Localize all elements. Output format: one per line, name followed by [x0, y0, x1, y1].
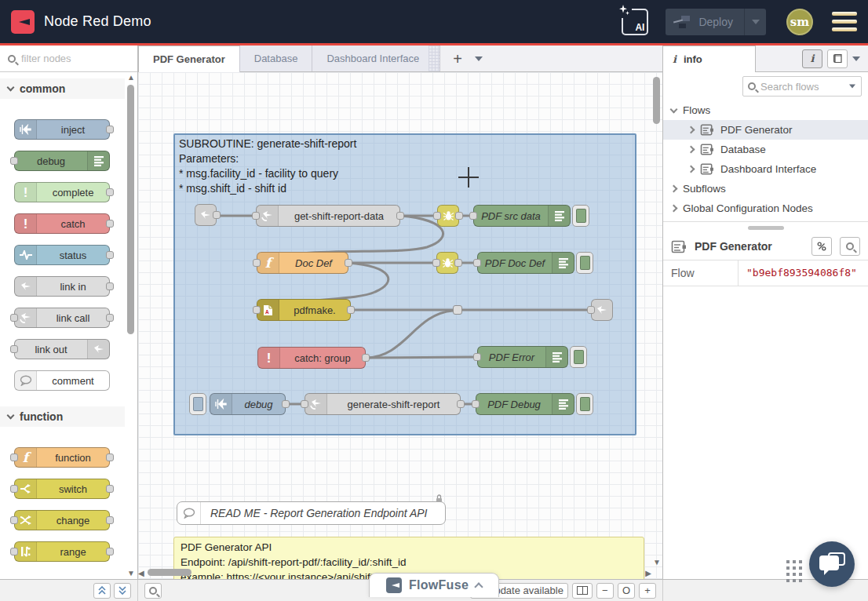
readme-comment-node[interactable]: READ ME - Report Generation Endpoint API [177, 501, 446, 525]
input-port[interactable] [253, 306, 261, 314]
tab-database[interactable]: Database [240, 46, 313, 71]
chevron-right-icon[interactable] [687, 166, 695, 173]
output-port[interactable] [106, 188, 114, 196]
input-port[interactable] [10, 314, 18, 322]
tab-pdf-generator[interactable]: PDF Generator [138, 46, 240, 72]
deploy-options-caret[interactable] [744, 9, 766, 35]
chevron-right-icon[interactable] [670, 185, 678, 193]
canvas-vscrollbar[interactable]: ▼ [653, 74, 661, 566]
debug-toggle-button[interactable] [570, 346, 587, 368]
search-flows-footer-button[interactable] [144, 583, 162, 599]
flows-search-input[interactable]: Search flows [742, 76, 862, 97]
tree-item-global-configuration-nodes[interactable]: Global Configuration Nodes [663, 199, 868, 218]
output-port[interactable] [454, 259, 462, 267]
canvas-scroll-right-arrow[interactable]: ▶ [645, 569, 651, 577]
scroll-down-arrow[interactable]: ▼ [127, 570, 135, 577]
add-flow-button[interactable]: + [453, 51, 462, 67]
palette-node-inject[interactable]: inject [14, 119, 110, 140]
inject-button[interactable] [189, 393, 206, 415]
link-in-node[interactable]: link in [14, 276, 110, 297]
expand-all-button[interactable] [114, 583, 131, 599]
chat-widget-button[interactable] [809, 541, 855, 587]
output-port[interactable] [347, 306, 355, 314]
palette-node-link-in[interactable]: link in [14, 276, 110, 297]
palette-node-comment[interactable]: comment [14, 370, 110, 391]
palette-node-range[interactable]: range [14, 541, 110, 562]
tree-item-dashboard-interface[interactable]: Dashboard Interface [663, 159, 868, 179]
output-port[interactable] [213, 211, 221, 219]
output-port[interactable] [345, 259, 352, 267]
canvas-scroll-left-arrow[interactable]: ◀ [138, 569, 144, 577]
link-out-node[interactable]: link out [14, 339, 110, 359]
input-port[interactable] [10, 516, 18, 524]
input-port[interactable] [301, 400, 308, 408]
tab-list-caret[interactable] [475, 56, 483, 61]
palette-body[interactable]: commoninjectdebug!complete!catchstatusli… [0, 72, 137, 579]
palette-node-switch[interactable]: switch [14, 479, 110, 499]
change-node[interactable]: change [14, 510, 110, 530]
status-node[interactable]: status [14, 245, 110, 265]
palette-node-function[interactable]: ffunction [14, 447, 110, 468]
palette-node-debug[interactable]: debug [14, 151, 110, 171]
search-flow-button[interactable] [840, 237, 860, 256]
canvas-hscrollbar-thumb[interactable] [148, 569, 191, 576]
palette-node-link-out[interactable]: link out [14, 339, 110, 359]
output-port[interactable] [106, 548, 114, 555]
output-port[interactable] [455, 212, 463, 220]
input-port[interactable] [432, 259, 440, 267]
link-out-node[interactable] [591, 299, 613, 321]
tree-item-pdf-generator[interactable]: PDF Generator [663, 120, 868, 140]
ai-assistant-button[interactable]: AI [622, 9, 648, 35]
palette-node-change[interactable]: change [14, 510, 110, 530]
user-avatar[interactable]: sm [786, 9, 813, 35]
tab-dashboard-interface[interactable]: Dashboard Interface [312, 46, 440, 71]
copy-link-button[interactable] [811, 237, 832, 256]
zoom-reset-button[interactable]: O [618, 583, 635, 599]
divider-handle[interactable] [748, 226, 784, 230]
output-port[interactable] [106, 282, 114, 290]
chevron-right-icon[interactable] [687, 126, 695, 134]
output-port[interactable] [106, 126, 114, 133]
deploy-button[interactable]: Deploy [666, 9, 766, 35]
output-port[interactable] [106, 220, 114, 228]
flow-canvas[interactable]: SUBROUTINE: generate-shift-report Parame… [138, 72, 662, 579]
debug-toggle-button[interactable] [572, 205, 589, 227]
pdfmake-node[interactable]: Apdfmake. [257, 299, 351, 321]
output-port[interactable] [457, 400, 465, 408]
input-port[interactable] [473, 259, 481, 267]
scroll-up-arrow[interactable]: ▲ [127, 74, 135, 82]
output-port[interactable] [282, 400, 290, 408]
input-port[interactable] [10, 453, 18, 461]
function-node[interactable]: ffunction [14, 447, 110, 468]
input-port[interactable] [472, 400, 480, 408]
pdf-src-data-node[interactable]: PDF src data [473, 205, 571, 227]
catch-group-node[interactable]: !catch: group [257, 347, 366, 369]
info-tool-button[interactable]: i [802, 49, 822, 68]
input-port[interactable] [253, 259, 261, 267]
palette-node-status[interactable]: status [14, 245, 110, 265]
navigator-button[interactable] [572, 583, 593, 599]
palette-scrollbar-thumb[interactable] [127, 85, 134, 334]
canvas-vscrollbar-thumb[interactable] [653, 77, 660, 124]
help-book-button[interactable] [827, 49, 848, 68]
input-port[interactable] [469, 212, 477, 220]
debug-toggle-button[interactable] [576, 252, 593, 274]
input-port[interactable] [433, 212, 441, 220]
chevron-down-icon[interactable] [670, 105, 678, 113]
debug-inject-node[interactable]: debug [210, 393, 286, 415]
doc-def-node[interactable]: fDoc Def [257, 252, 348, 274]
chevron-right-icon[interactable] [687, 146, 695, 154]
palette-category-function[interactable]: function [0, 406, 125, 427]
main-menu-button[interactable] [832, 12, 857, 31]
debug-node[interactable]: debug [14, 151, 110, 171]
pdf-doc-def-node[interactable]: PDF Doc Def [477, 252, 574, 274]
output-port[interactable] [106, 314, 114, 322]
complete-node[interactable]: !complete [14, 182, 110, 202]
bug-node-2[interactable] [436, 252, 458, 274]
zoom-out-button[interactable]: − [596, 583, 614, 599]
chevron-right-icon[interactable] [670, 205, 678, 213]
widget-drag-handle[interactable] [786, 560, 802, 582]
input-port[interactable] [473, 353, 481, 361]
tree-item-subflows[interactable]: Subflows [663, 179, 868, 199]
debug-toggle-button[interactable] [576, 393, 593, 415]
